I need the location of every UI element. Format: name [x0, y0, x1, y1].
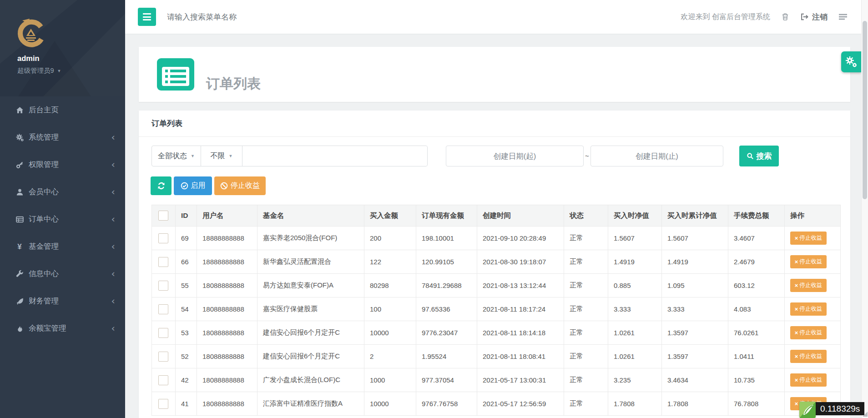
col-fee: 手续费总额 — [728, 205, 785, 227]
user-role-dropdown[interactable]: 超级管理员9 ▼ — [17, 66, 61, 75]
cell-buy-amount: 10000 — [364, 392, 416, 416]
sidebar-item-6[interactable]: ¥ 基金管理 ‹ — [0, 233, 125, 260]
trash-icon[interactable] — [781, 13, 789, 21]
sidebar-item-7[interactable]: 信息中心 ‹ — [0, 260, 125, 287]
select-all-checkbox[interactable] — [158, 211, 168, 221]
cell-buy-amount: 80298 — [364, 274, 416, 297]
cell-current-amount: 120.99105 — [416, 250, 477, 274]
col-actions: 操作 — [785, 205, 841, 227]
table-icon — [15, 216, 25, 223]
sidebar-item-9[interactable]: 余额宝管理 ‹ — [0, 315, 125, 342]
cell-status: 正常 — [564, 274, 608, 297]
x-icon: × — [795, 306, 798, 312]
row-checkbox[interactable] — [158, 233, 168, 243]
search-button[interactable]: 搜索 — [739, 146, 779, 166]
stop-profit-label: 停止收益 — [231, 181, 260, 191]
row-stop-profit-button[interactable]: × 停止收益 — [790, 255, 827, 268]
logout-label: 注销 — [812, 12, 828, 22]
cell-acc-nav: 3.333 — [662, 297, 728, 321]
cell-fee: 10.735 — [728, 368, 785, 392]
chevron-left-icon: ‹ — [111, 133, 115, 142]
cell-buy-amount: 2 — [364, 345, 416, 368]
welcome-text: 欢迎来到 创富后台管理系统 — [681, 12, 770, 22]
table-header-row: ID 用户名 基金名 买入金额 订单现有金额 创建时间 状态 买入时净值 买入时… — [152, 205, 841, 227]
sidebar-user-panel: admin 超级管理员9 ▼ — [0, 0, 125, 96]
col-acc-nav: 买入时累计净值 — [662, 205, 728, 227]
logout-button[interactable]: 注销 — [800, 12, 828, 22]
row-checkbox[interactable] — [158, 352, 168, 362]
date-start-input[interactable] — [446, 146, 584, 166]
cell-username: 18888888888 — [197, 250, 257, 274]
col-username: 用户名 — [197, 205, 257, 227]
sidebar-item-8[interactable]: 财务管理 ‹ — [0, 287, 125, 315]
cell-nav: 0.885 — [608, 274, 662, 297]
cell-fee: 76.0261 — [728, 321, 785, 345]
cell-nav: 1.4919 — [608, 250, 662, 274]
cell-id: 54 — [176, 297, 197, 321]
cell-created: 2021-08-30 19:18:07 — [477, 250, 564, 274]
cell-fund: 建信安心回报6个月定开C — [257, 321, 364, 345]
order-list-icon — [157, 58, 194, 91]
row-stop-profit-button[interactable]: × 停止收益 — [790, 326, 827, 339]
row-checkbox[interactable] — [158, 328, 168, 338]
cell-created: 2021-05-17 12:56:59 — [477, 392, 564, 416]
keyword-input[interactable] — [242, 146, 427, 166]
enable-button[interactable]: 启用 — [174, 176, 212, 195]
chevron-left-icon: ‹ — [111, 242, 115, 252]
trace-logo-icon[interactable] — [799, 402, 816, 418]
cell-buy-amount: 200 — [364, 227, 416, 250]
cell-created: 2021-09-10 20:28:49 — [477, 227, 564, 250]
row-stop-profit-label: 停止收益 — [799, 282, 822, 289]
username: admin — [17, 54, 40, 63]
chevron-left-icon: ‹ — [111, 160, 115, 170]
stop-profit-button[interactable]: 停止收益 — [214, 176, 266, 195]
row-stop-profit-button[interactable]: × 停止收益 — [790, 302, 827, 316]
cell-acc-nav: 1.4919 — [662, 250, 728, 274]
cell-current-amount: 78491.29688 — [416, 274, 477, 297]
col-status: 状态 — [564, 205, 608, 227]
cell-username: 18088888888 — [197, 297, 257, 321]
cell-nav: 3.235 — [608, 368, 662, 392]
sidebar-item-4[interactable]: 会员中心 ‹ — [0, 178, 125, 206]
ban-icon — [220, 182, 228, 190]
row-stop-profit-button[interactable]: × 停止收益 — [790, 373, 827, 387]
sidebar-item-5[interactable]: 订单中心 ‹ — [0, 206, 125, 233]
sidebar-item-1[interactable]: 后台主页 — [0, 96, 125, 124]
row-stop-profit-button[interactable]: × 停止收益 — [790, 350, 827, 363]
chevron-left-icon: ‹ — [111, 269, 115, 279]
resize-corner-icon — [863, 412, 868, 417]
scrollbar-thumb[interactable] — [863, 21, 867, 199]
table-row: 69 18888888888 嘉实养老2050混合(FOF) 200 198.1… — [152, 227, 841, 250]
col-buy-amount: 买入金额 — [364, 205, 416, 227]
date-end-input[interactable] — [590, 146, 723, 166]
row-stop-profit-button[interactable]: × 停止收益 — [790, 232, 827, 245]
row-checkbox[interactable] — [158, 399, 168, 409]
trace-time-badge[interactable]: 0.118329s — [814, 402, 864, 415]
sidebar-item-2[interactable]: 系统管理 ‹ — [0, 124, 125, 151]
cell-created: 2021-08-11 18:14:18 — [477, 321, 564, 345]
col-nav: 买入时净值 — [608, 205, 662, 227]
sidebar-item-3[interactable]: 权限管理 ‹ — [0, 151, 125, 178]
sidebar: admin 超级管理员9 ▼ 后台主页 系统管理 ‹ 权限管理 ‹ 会员中心 — [0, 0, 125, 418]
cell-current-amount: 977.37054 — [416, 368, 477, 392]
row-checkbox[interactable] — [158, 281, 168, 291]
cell-id: 66 — [176, 250, 197, 274]
row-checkbox[interactable] — [158, 257, 168, 267]
row-stop-profit-label: 停止收益 — [799, 329, 822, 337]
cell-buy-amount: 10000 — [364, 321, 416, 345]
refresh-button[interactable] — [151, 176, 172, 195]
bars-icon[interactable] — [838, 13, 848, 20]
cell-nav: 1.0261 — [608, 345, 662, 368]
menu-search-input[interactable] — [166, 0, 363, 35]
sign-out-icon — [800, 13, 808, 21]
status-select[interactable]: 全部状态 ▼ — [152, 146, 201, 166]
settings-gear-button[interactable] — [841, 51, 861, 72]
cell-current-amount: 9767.76758 — [416, 392, 477, 416]
row-checkbox[interactable] — [158, 304, 168, 314]
x-icon: × — [795, 353, 798, 359]
range-select[interactable]: 不限 ▼ — [201, 146, 242, 166]
cell-username: 18088888888 — [197, 345, 257, 368]
row-checkbox[interactable] — [158, 375, 168, 385]
row-stop-profit-button[interactable]: × 停止收益 — [790, 279, 827, 292]
sidebar-toggle-button[interactable] — [138, 8, 156, 26]
